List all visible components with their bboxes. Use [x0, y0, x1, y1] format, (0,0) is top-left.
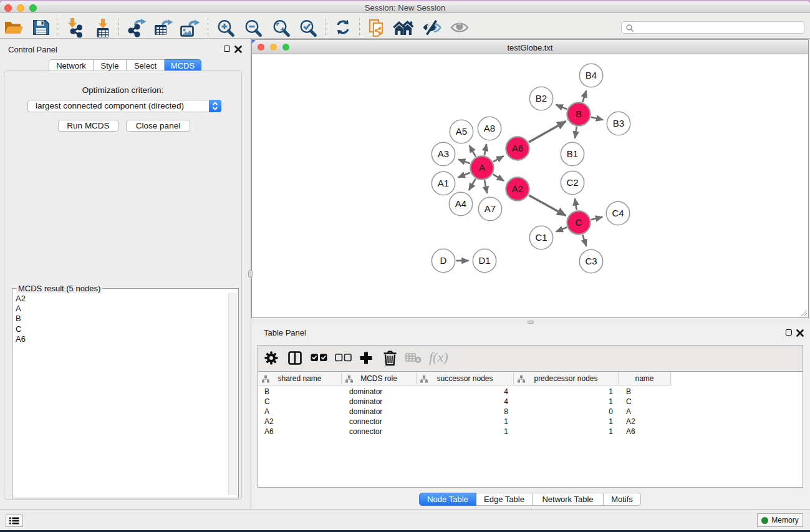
svg-text:B2: B2: [536, 93, 547, 104]
svg-text:C1: C1: [535, 232, 547, 243]
svg-text:C2: C2: [566, 177, 578, 188]
svg-text:C4: C4: [612, 208, 624, 218]
svg-text:A2: A2: [512, 183, 523, 194]
svg-text:A8: A8: [484, 123, 495, 133]
svg-text:B1: B1: [567, 148, 578, 159]
svg-text:B: B: [576, 109, 582, 119]
svg-text:A7: A7: [485, 203, 496, 214]
svg-text:A1: A1: [438, 178, 449, 188]
svg-text:C: C: [576, 217, 582, 228]
svg-text:D1: D1: [478, 255, 490, 266]
svg-text:B4: B4: [586, 70, 597, 80]
svg-text:A3: A3: [438, 148, 449, 159]
svg-text:A6: A6: [512, 143, 523, 153]
svg-text:A4: A4: [455, 198, 466, 209]
svg-text:C3: C3: [585, 256, 597, 266]
svg-text:B3: B3: [613, 118, 624, 128]
svg-text:A: A: [479, 162, 485, 173]
svg-text:D: D: [440, 255, 447, 266]
svg-text:A5: A5: [456, 126, 467, 137]
